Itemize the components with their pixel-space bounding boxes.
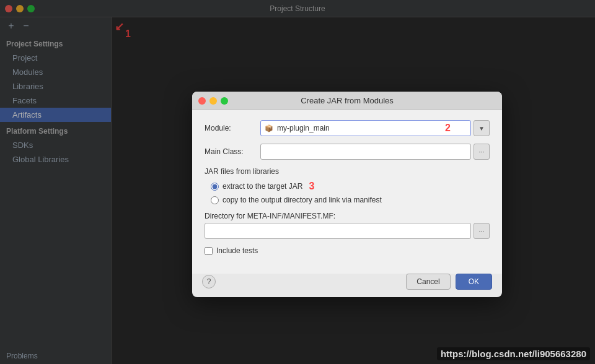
- modal-titlebar-buttons: [198, 97, 228, 105]
- module-select-display[interactable]: 📦 my-plugin_main 2: [260, 120, 471, 136]
- module-icon: 📦: [265, 124, 273, 132]
- ok-button[interactable]: OK: [456, 274, 492, 290]
- radio-extract[interactable]: [211, 183, 219, 191]
- modal-close-button[interactable]: [198, 97, 206, 105]
- modal-title: Create JAR from Modules: [301, 96, 394, 105]
- module-dropdown-button[interactable]: ▼: [474, 120, 490, 136]
- radio-copy[interactable]: [211, 196, 219, 204]
- jar-files-label: JAR files from libraries: [205, 167, 490, 176]
- cancel-button[interactable]: Cancel: [406, 274, 450, 290]
- meta-inf-input[interactable]: [205, 223, 471, 239]
- radio-copy-label: copy to the output directory and link vi…: [223, 196, 382, 204]
- include-tests-row: Include tests: [205, 246, 490, 255]
- annotation-number-2: 2: [445, 123, 451, 134]
- meta-inf-section: Directory for META-INF/MANIFEST.MF: ···: [205, 212, 490, 239]
- create-jar-dialog: Create JAR from Modules Module: 📦 my-plu…: [192, 92, 502, 297]
- module-value: my-plugin_main: [277, 124, 330, 132]
- modal-titlebar: Create JAR from Modules: [192, 92, 502, 110]
- module-select-wrapper: 📦 my-plugin_main 2 ▼: [260, 120, 490, 136]
- footer-buttons: Cancel OK: [406, 274, 492, 290]
- main-class-input[interactable]: [260, 144, 471, 160]
- meta-inf-browse-button[interactable]: ···: [474, 223, 490, 239]
- help-button[interactable]: ?: [202, 275, 216, 288]
- meta-inf-input-row: ···: [205, 223, 490, 239]
- module-row: Module: 📦 my-plugin_main 2 ▼: [205, 120, 490, 136]
- include-tests-label: Include tests: [216, 246, 258, 255]
- main-class-input-group: ···: [260, 144, 490, 160]
- annotation-number-3: 3: [309, 181, 314, 192]
- radio-copy-row: copy to the output directory and link vi…: [211, 196, 490, 204]
- main-class-label: Main Class:: [205, 147, 260, 156]
- include-tests-checkbox[interactable]: [205, 247, 213, 255]
- main-class-row: Main Class: ···: [205, 144, 490, 160]
- radio-extract-label: extract to the target JAR: [223, 182, 302, 191]
- meta-inf-label: Directory for META-INF/MANIFEST.MF:: [205, 212, 490, 220]
- modal-body: Module: 📦 my-plugin_main 2 ▼ Main Class:…: [192, 110, 502, 274]
- modal-overlay: Create JAR from Modules Module: 📦 my-plu…: [0, 0, 595, 364]
- modal-max-button[interactable]: [221, 97, 228, 105]
- module-label: Module:: [205, 124, 260, 132]
- main-class-browse-button[interactable]: ···: [474, 144, 490, 160]
- radio-group: extract to the target JAR 3 copy to the …: [205, 181, 490, 204]
- modal-footer: ? Cancel OK: [192, 274, 502, 297]
- modal-min-button[interactable]: [209, 97, 217, 105]
- radio-extract-row: extract to the target JAR 3: [211, 181, 490, 192]
